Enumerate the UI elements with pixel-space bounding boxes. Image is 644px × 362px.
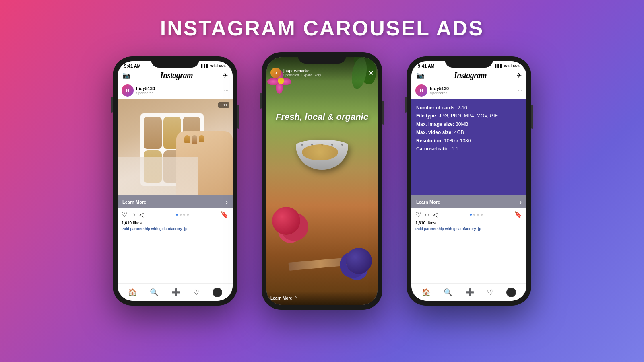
- username-right: hidy5130: [430, 86, 449, 91]
- avatar-left: H: [122, 84, 134, 97]
- spec-cards: Number of cards: 2-10: [416, 104, 522, 112]
- close-icon[interactable]: ✕: [368, 69, 374, 77]
- avatar-right: H: [415, 84, 427, 97]
- spec-resolution: Resolution: 1080 x 1080: [416, 137, 522, 145]
- post-actions-left: ♡ ○ ◁ 🔖: [118, 208, 233, 221]
- camera-icon-right[interactable]: 📷: [416, 72, 424, 79]
- status-icons-left: ▌▌▌ WiFi 65%: [201, 64, 226, 68]
- username-left: hidy5130: [136, 86, 155, 91]
- like-icon-right[interactable]: ♡: [415, 211, 421, 218]
- blueberry-cluster: [346, 248, 372, 274]
- story-username: jaspersmarket: [283, 69, 321, 73]
- screen-center: J jaspersmarket Sponsored · Expand Story…: [266, 57, 378, 305]
- carousel-dots-left: [176, 214, 189, 216]
- dot-2-right: [473, 214, 475, 216]
- spec-filetype-label: File type:: [416, 113, 438, 119]
- notch-center: [298, 52, 346, 64]
- story-learn-more[interactable]: Learn More ⌃: [270, 296, 297, 300]
- learn-more-label-right: Learn More: [416, 200, 440, 204]
- fingernail-2: [192, 135, 197, 144]
- learn-more-arrow-right: ›: [520, 199, 522, 205]
- battery-left: 65%: [219, 64, 226, 68]
- home-nav-right[interactable]: 🏠: [422, 288, 431, 297]
- fingernail-3: [199, 135, 204, 142]
- post-menu-left[interactable]: ···: [224, 87, 229, 94]
- post-likes-right: 1,610 likes: [411, 221, 526, 226]
- profile-nav-right[interactable]: [506, 288, 516, 297]
- dot-2-left: [180, 214, 182, 216]
- video-timer-left: 0:11: [218, 102, 229, 108]
- add-nav-right[interactable]: ➕: [465, 288, 474, 297]
- action-icons-left: ♡ ○ ◁: [122, 211, 144, 218]
- spec-videosize-label: Max. video size:: [416, 130, 453, 135]
- status-icons-right: ▌▌▌ WiFi 65%: [495, 64, 520, 68]
- spec-ratio: Carousel ratio: 1:1: [416, 145, 522, 153]
- share-icon-right[interactable]: ◁: [433, 211, 438, 218]
- dm-icon-left[interactable]: ✈: [223, 72, 228, 79]
- home-nav-left[interactable]: 🏠: [128, 288, 137, 297]
- search-nav-right[interactable]: 🔍: [444, 288, 452, 297]
- post-actions-right: ♡ ○ ◁ 🔖: [411, 208, 526, 221]
- dm-icon-right[interactable]: ✈: [516, 72, 522, 79]
- hole: [301, 144, 303, 146]
- carousel-dots-right: [470, 214, 483, 216]
- hole: [331, 144, 333, 146]
- dot-3-left: [183, 214, 185, 216]
- screen-right: 9:41 AM ▌▌▌ WiFi 65% 📷 Instagram ✈ H hid…: [411, 61, 526, 301]
- search-nav-left[interactable]: 🔍: [150, 288, 159, 297]
- profile-nav-left[interactable]: [213, 288, 222, 297]
- spec-filetype-value: JPG, PNG, MP4, MOV, GIF: [439, 113, 498, 119]
- spec-filetype: File type: JPG, PNG, MP4, MOV, GIF: [416, 112, 522, 120]
- post-caption-left: Paid partnership with gelatofactory_jp: [118, 226, 233, 232]
- partner-name-left: gelatofactory_jp: [159, 227, 188, 231]
- spec-resolution-value: 1080 x 1080: [444, 138, 471, 144]
- learn-more-bar-left[interactable]: Learn More ›: [118, 195, 233, 208]
- like-icon-left[interactable]: ♡: [122, 211, 127, 218]
- story-more-options-icon[interactable]: ···: [368, 294, 374, 302]
- heart-nav-right[interactable]: ♡: [487, 288, 493, 297]
- spec-ratio-value: 1:1: [452, 146, 458, 152]
- heart-nav-left[interactable]: ♡: [193, 288, 200, 297]
- add-nav-left[interactable]: ➕: [171, 288, 180, 297]
- dot-1-left: [176, 214, 178, 216]
- story-learn-more-label: Learn More: [270, 296, 292, 300]
- story-bg: J jaspersmarket Sponsored · Expand Story…: [266, 57, 378, 305]
- comment-icon-right[interactable]: ○: [425, 211, 429, 218]
- nail-1: [144, 117, 161, 149]
- story-meta: Sponsored · Expand Story: [283, 73, 321, 77]
- ig-header-right: 📷 Instagram ✈: [411, 69, 526, 82]
- ig-header-left: 📷 Instagram ✈: [118, 69, 233, 82]
- story-screen: J jaspersmarket Sponsored · Expand Story…: [266, 57, 378, 305]
- phones-container: 9:41 AM ▌▌▌ WiFi 65% 📷 Instagram ✈ H hid…: [0, 52, 644, 310]
- dot-4-right: [481, 214, 483, 216]
- post-menu-right[interactable]: ···: [518, 87, 522, 94]
- learn-more-bar-right[interactable]: Learn More ›: [411, 195, 526, 208]
- screen-left: 9:41 AM ▌▌▌ WiFi 65% 📷 Instagram ✈ H hid…: [118, 61, 233, 301]
- phone-right: 9:41 AM ▌▌▌ WiFi 65% 📷 Instagram ✈ H hid…: [407, 56, 531, 306]
- camera-icon-left[interactable]: 📷: [122, 72, 130, 79]
- blueberries: [332, 248, 372, 280]
- post-image-left: 0:11: [118, 99, 233, 195]
- story-user-row: J jaspersmarket Sponsored · Expand Story…: [270, 68, 374, 78]
- story-bar-2: [305, 64, 339, 64]
- raspberry-cluster: [272, 207, 300, 235]
- spec-cards-value: 2-10: [458, 105, 467, 111]
- notch-right: [445, 56, 493, 68]
- share-icon-left[interactable]: ◁: [139, 211, 144, 218]
- spec-imagesize-value: 30MB: [456, 121, 468, 127]
- comment-icon-left[interactable]: ○: [131, 211, 135, 218]
- finger-nails: [184, 135, 204, 144]
- save-icon-right[interactable]: 🔖: [514, 211, 522, 218]
- post-caption-right: Paid partnership with gelatofactory_jp: [411, 226, 526, 232]
- notch-left: [151, 56, 199, 68]
- signal-icon-right: ▌▌▌: [495, 64, 503, 68]
- sweater-bg: [118, 157, 198, 195]
- spec-videosize: Max. video size: 4GB: [416, 128, 522, 136]
- save-icon-left[interactable]: 🔖: [221, 211, 229, 218]
- spec-videosize-value: 4GB: [454, 130, 464, 135]
- ig-logo-left: Instagram: [160, 71, 193, 80]
- spec-imagesize-label: Max. image size:: [416, 121, 454, 127]
- chickpeas: [302, 144, 338, 160]
- post-header-right: H hidy5130 Sponsored ···: [411, 82, 526, 99]
- learn-more-label-left: Learn More: [122, 200, 146, 204]
